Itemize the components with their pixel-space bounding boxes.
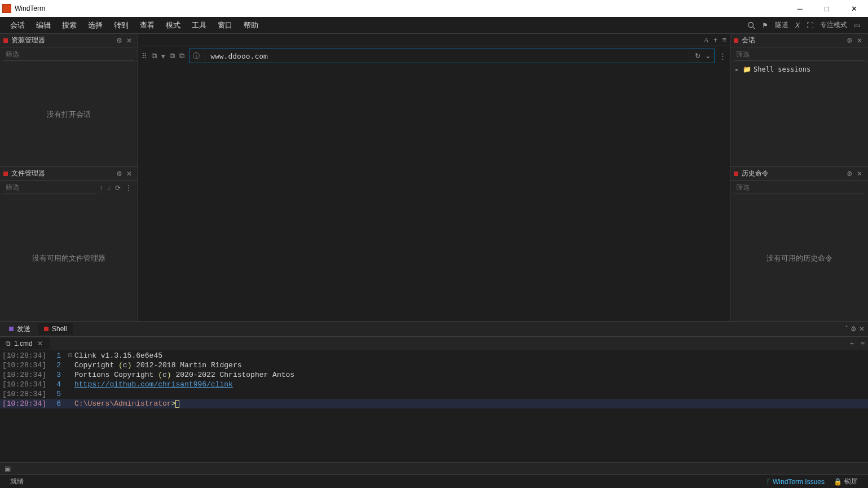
info-icon[interactable]: ⓘ	[193, 51, 200, 61]
menu-help[interactable]: 帮助	[238, 18, 264, 33]
statusbar: 就绪 ᚴ WindTerm Issues 🔒 锁屏	[0, 474, 868, 488]
close-icon[interactable]: ✕	[124, 170, 134, 178]
layout-icon[interactable]: ▭	[851, 20, 863, 31]
terminal-line: [10:28:34]4https://github.com/chrisant99…	[0, 380, 868, 389]
font-icon[interactable]: A	[703, 36, 708, 45]
down-arrow-icon[interactable]: ↓	[105, 184, 113, 192]
search-icon[interactable]	[744, 20, 759, 31]
subtab-cmd[interactable]: ⧉ 1.cmd ✕	[0, 338, 50, 349]
tunnel-label[interactable]: 隧道	[772, 19, 792, 32]
up-arrow-icon[interactable]: ↑	[97, 184, 105, 192]
maximize-button[interactable]: □	[818, 2, 835, 15]
tree-item-label: Shell sessions	[754, 65, 810, 73]
tab-dot-icon	[44, 327, 49, 331]
tree-item-shell-sessions[interactable]: ▸ 📁 Shell sessions	[733, 64, 866, 74]
svg-point-0	[748, 22, 754, 27]
split-h-icon[interactable]: ⧉	[170, 51, 175, 60]
tab-send[interactable]: 发送	[3, 323, 36, 336]
x-icon[interactable]: X	[792, 20, 803, 31]
history-panel-title: 历史命令	[742, 169, 844, 178]
tab-shell[interactable]: Shell	[38, 323, 73, 335]
resource-filter-input[interactable]: 筛选	[3, 49, 134, 61]
collapse-icon[interactable]: ˄	[845, 325, 848, 333]
center-toolbar: A + ≡	[138, 34, 730, 46]
left-sidebar: 资源管理器 ⚙ ✕ 筛选 没有打开会话 文件管理器 ⚙ ✕ 筛选 ↑ ↓ ⟳ ⋮	[0, 34, 138, 321]
file-panel-header: 文件管理器 ⚙ ✕	[0, 167, 138, 181]
gear-icon[interactable]: ⚙	[114, 170, 124, 178]
app-logo-icon	[2, 4, 11, 13]
split-v-icon[interactable]: ⧉	[179, 51, 184, 60]
menu-view[interactable]: 查看	[134, 18, 160, 33]
history-empty-text: 没有可用的历史命令	[730, 195, 868, 321]
address-input[interactable]	[210, 52, 690, 60]
more-icon[interactable]: ⋮	[123, 184, 134, 192]
file-panel-title: 文件管理器	[11, 169, 114, 178]
reload-icon[interactable]: ↻	[695, 52, 700, 60]
terminal-line: [10:28:34]2Copyright (c) 2012-2018 Marti…	[0, 360, 868, 370]
subtab-label: 1.cmd	[14, 340, 33, 348]
window-title: WindTerm	[15, 5, 791, 12]
folder-icon: 📁	[743, 65, 751, 73]
close-button[interactable]: ✕	[845, 2, 862, 15]
panel-dot-icon	[3, 38, 8, 43]
right-sidebar: 会话 ⚙ ✕ 筛选 ▸ 📁 Shell sessions 历史命令 ⚙ ✕	[730, 34, 868, 321]
terminal-line: [10:28:34]6C:\Users\Administrator>	[0, 399, 868, 408]
focus-mode-label[interactable]: 专注模式	[817, 19, 851, 32]
new-tab-icon[interactable]: ⧉	[152, 51, 157, 60]
history-filter-input[interactable]: 筛选	[734, 182, 865, 194]
refresh-icon[interactable]: ⟳	[113, 184, 123, 192]
file-filter-input[interactable]: 筛选	[3, 182, 97, 194]
file-filter-row: 筛选 ↑ ↓ ⟳ ⋮	[0, 181, 138, 195]
window-controls: ─ □ ✕	[791, 2, 866, 15]
close-icon[interactable]: ✕	[124, 37, 134, 45]
minimize-button[interactable]: ─	[791, 2, 808, 15]
close-icon[interactable]: ✕	[854, 170, 865, 178]
terminal-line: [10:28:34]1⊟Clink v1.3.15.6e6e45	[0, 351, 868, 360]
addressbar-row: ⠿ ⧉ ▾ ⧉ ⧉ ⓘ | ↻ ⌄ ⋮	[138, 46, 730, 65]
plus-icon[interactable]: +	[713, 36, 718, 44]
close-icon[interactable]: ✕	[854, 37, 865, 45]
drag-handle-icon[interactable]: ⠿	[142, 52, 147, 60]
more-icon[interactable]: ⋮	[719, 52, 726, 60]
chevron-down-icon[interactable]: ⌄	[705, 52, 711, 60]
chevron-down-icon[interactable]: ▾	[161, 52, 165, 60]
history-panel-header: 历史命令 ⚙ ✕	[730, 167, 868, 181]
file-empty-text: 没有可用的文件管理器	[0, 195, 138, 321]
panel-icon[interactable]: ▣	[2, 465, 13, 473]
menu-tools[interactable]: 工具	[186, 18, 212, 33]
status-lock[interactable]: 🔒 锁屏	[829, 477, 862, 486]
focus-mode-icon[interactable]: ⛶	[803, 20, 817, 31]
lock-icon: 🔒	[834, 478, 842, 486]
close-icon[interactable]: ✕	[36, 340, 44, 348]
gear-icon[interactable]: ⚙	[844, 37, 854, 45]
gear-icon[interactable]: ⚙	[851, 325, 857, 333]
menu-goto[interactable]: 转到	[108, 18, 134, 33]
menubar: 会话 编辑 搜索 选择 转到 查看 模式 工具 窗口 帮助 ⚑ 隧道 X ⛶ 专…	[0, 17, 868, 34]
menu-mode[interactable]: 模式	[160, 18, 186, 33]
tunnel-flag-icon[interactable]: ⚑	[759, 20, 772, 31]
hamburger-icon[interactable]: ≡	[857, 340, 868, 348]
menu-select[interactable]: 选择	[82, 18, 108, 33]
panel-dot-icon	[734, 172, 738, 176]
menu-search[interactable]: 搜索	[56, 18, 82, 33]
gear-icon[interactable]: ⚙	[844, 170, 854, 178]
close-icon[interactable]: ✕	[859, 325, 865, 333]
panel-dot-icon	[3, 172, 8, 176]
session-filter-input[interactable]: 筛选	[734, 49, 865, 61]
gear-icon[interactable]: ⚙	[114, 37, 124, 45]
terminal-output[interactable]: [10:28:34]1⊟Clink v1.3.15.6e6e45[10:28:3…	[0, 350, 868, 462]
editor-area[interactable]	[138, 65, 730, 321]
bottom-tabs: 发送 Shell ˄ ⚙ ✕	[0, 322, 868, 336]
terminal-line: [10:28:34]5	[0, 389, 868, 399]
menu-window[interactable]: 窗口	[212, 18, 238, 33]
svg-line-1	[753, 27, 755, 29]
menu-session[interactable]: 会话	[5, 18, 30, 33]
hamburger-icon[interactable]: ≡	[722, 36, 726, 44]
status-issues[interactable]: ᚴ WindTerm Issues	[762, 478, 829, 486]
branch-icon: ᚴ	[766, 478, 770, 486]
menu-edit[interactable]: 编辑	[30, 18, 56, 33]
status-lock-label: 锁屏	[844, 477, 858, 486]
plus-icon[interactable]: +	[847, 340, 857, 348]
tab-dot-icon	[9, 327, 14, 331]
session-panel: 会话 ⚙ ✕ 筛选 ▸ 📁 Shell sessions	[730, 34, 868, 166]
